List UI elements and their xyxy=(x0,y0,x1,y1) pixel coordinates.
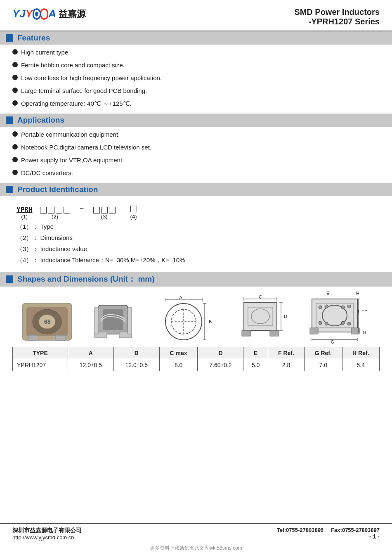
footer-right: Tel:0755-27803896 Fax:0755-27803897 - 1 … xyxy=(277,527,380,540)
svg-rect-9 xyxy=(28,335,39,340)
svg-point-54 xyxy=(347,305,351,308)
table-header-gref: G Ref. xyxy=(305,347,342,359)
pid-dash: － xyxy=(78,203,86,214)
footer-contact: Tel:0755-27803896 Fax:0755-27803897 xyxy=(277,527,380,533)
bullet-icon xyxy=(12,157,18,162)
pid-detail-desc-2: Inductance value xyxy=(40,245,87,252)
company-website: http://www.yjysmd.com.cn xyxy=(12,534,82,541)
svg-text:G: G xyxy=(331,340,334,344)
pid-sep: ： xyxy=(32,234,40,241)
app-text: DC/DC converters. xyxy=(21,168,73,177)
logo-area: Y J Y A 益嘉源 xyxy=(12,7,86,20)
pid-label3: (3) xyxy=(101,213,108,220)
table-cell-fref: 2.8 xyxy=(268,359,304,371)
pid-detail-desc-3: Inductance Tolerance；N=±30%,M=±20%，K=±10… xyxy=(40,256,185,263)
list-item: Notebook PC,digital camera,LCD televisio… xyxy=(12,143,380,152)
table-cell-cmax: 8.0 xyxy=(159,359,198,371)
svg-rect-36 xyxy=(242,330,251,336)
svg-text:F: F xyxy=(364,309,367,314)
list-item: （2）： Dimensions xyxy=(17,234,380,242)
detail-view-svg: E H F G xyxy=(306,291,372,344)
features-content: High current type. Ferrite bobbin core a… xyxy=(0,45,392,114)
table-header-href: H Ref. xyxy=(342,347,379,359)
applications-content: Portable communication equipment. Notebo… xyxy=(0,127,392,183)
svg-text:F: F xyxy=(361,308,364,313)
logo-svg xyxy=(33,8,48,20)
pid-detail-num-0: （1） xyxy=(17,223,32,230)
footer-tel: Tel:0755-27803896 xyxy=(277,527,324,533)
svg-rect-57 xyxy=(310,328,318,334)
svg-text:C: C xyxy=(259,295,262,299)
pid-label4: (4) xyxy=(130,213,137,220)
title-line2: -YPRH1207 Series xyxy=(294,17,380,26)
pid-box xyxy=(109,207,116,213)
feature-text: Large terminal surface for good PCB bond… xyxy=(21,86,147,95)
svg-rect-58 xyxy=(351,328,359,334)
svg-point-55 xyxy=(341,321,345,325)
table-cell-b: 12.0±0.5 xyxy=(113,359,159,371)
inductor-side-svg xyxy=(92,299,134,344)
list-item: Ferrite bobbin core and compact size. xyxy=(12,61,380,69)
table-cell-href: 5.4 xyxy=(342,359,379,371)
svg-point-51 xyxy=(319,321,322,325)
pid-detail-desc-0: Type xyxy=(40,223,54,230)
pid-sep: ： xyxy=(32,256,40,263)
bullet-icon xyxy=(12,170,18,175)
svg-text:E: E xyxy=(326,291,329,296)
bullet-icon xyxy=(12,62,18,67)
svg-rect-16 xyxy=(128,307,132,334)
header-title: SMD Power Inductors -YPRH1207 Series xyxy=(294,7,380,26)
pid-box xyxy=(48,207,54,213)
cross-section-svg: C D xyxy=(234,295,287,344)
svg-text:G: G xyxy=(363,330,366,335)
pid-detail-num-1: （2） xyxy=(17,234,32,241)
title-line1: SMD Power Inductors xyxy=(294,7,380,17)
logo-icon: Y xyxy=(12,7,19,20)
pid-detail-num-3: （4） xyxy=(17,256,32,263)
list-item: Power supply for VTR,OA equipment. xyxy=(12,156,380,164)
footer-page: - 1 - xyxy=(277,533,380,540)
pid-label2: (2) xyxy=(52,213,58,220)
svg-text:B: B xyxy=(209,319,212,324)
bullet-icon xyxy=(12,144,18,149)
list-item: Portable communication equipment. xyxy=(12,130,380,139)
svg-point-49 xyxy=(319,306,322,309)
features-square-icon xyxy=(6,34,13,42)
pid-detail-num-2: （3） xyxy=(17,245,32,252)
feature-text: Ferrite bobbin core and compact size. xyxy=(21,61,125,69)
footer-left: 深圳市益嘉源电子有限公司 http://www.yjysmd.com.cn xyxy=(12,527,82,541)
logo-text-cn: 益嘉源 xyxy=(59,8,86,20)
svg-text:68: 68 xyxy=(44,318,51,325)
pid-box xyxy=(40,207,47,213)
list-item: High current type. xyxy=(12,48,380,57)
pid-detail-list: （1）： Type （2）： Dimensions （3）： Inductanc… xyxy=(12,223,380,264)
pid-box xyxy=(101,207,108,213)
table-cell-e: 5.0 xyxy=(243,359,268,371)
table-cell-gref: 7.0 xyxy=(305,359,342,371)
applications-list: Portable communication equipment. Notebo… xyxy=(12,130,380,177)
list-item: （1）： Type xyxy=(17,223,380,231)
feature-text: High current type. xyxy=(21,48,70,57)
shapes-section-header: Shapes and Dimensions (Unit： mm) xyxy=(0,272,392,287)
footer-fax: Fax:0755-27803897 xyxy=(331,527,380,533)
list-item: （4）： Inductance Tolerance；N=±30%,M=±20%，… xyxy=(17,256,380,264)
product-id-square-icon xyxy=(6,186,13,193)
svg-rect-15 xyxy=(94,307,99,334)
table-header-b: B xyxy=(113,347,159,359)
header: Y J Y A 益嘉源 SMD Power Inductors -YPRH120… xyxy=(0,0,392,31)
features-title: Features xyxy=(17,33,50,43)
svg-point-21 xyxy=(165,304,202,340)
dimensions-table: TYPE A B C max D E F Ref. G Ref. H Ref. … xyxy=(12,347,380,371)
watermark: 更多资料下载请到五八文库wk.58sms.com xyxy=(0,543,392,555)
svg-rect-10 xyxy=(55,335,66,340)
table-cell-type: YPRH1207 xyxy=(13,359,68,371)
pid-prefix: YPRH xyxy=(17,206,33,213)
table-header-fref: F Ref. xyxy=(268,347,304,359)
svg-point-56 xyxy=(347,322,351,325)
product-id-title: Product Identification xyxy=(17,185,98,194)
pid-detail-desc-1: Dimensions xyxy=(40,234,73,241)
svg-text:A: A xyxy=(179,295,182,300)
top-view-svg: A B xyxy=(153,295,215,344)
table-header-e: E xyxy=(243,347,268,359)
list-item: Operating temperature:-40℃ ～+125℃. xyxy=(12,99,380,108)
